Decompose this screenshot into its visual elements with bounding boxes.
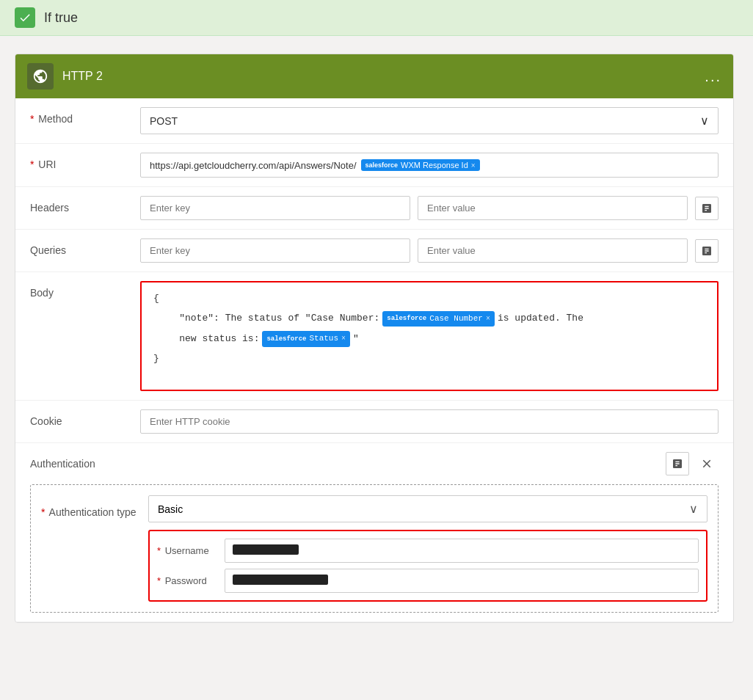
status-chip-close[interactable]: × bbox=[341, 333, 346, 345]
auth-type-required: * bbox=[41, 506, 45, 518]
http-card: HTTP 2 ... * Method POST ∨ bbox=[15, 54, 734, 623]
cookie-input[interactable] bbox=[140, 409, 719, 434]
auth-type-label: * Authentication type bbox=[41, 500, 137, 518]
body-status-prefix bbox=[153, 332, 176, 347]
case-number-chip: salesforce Case Number × bbox=[382, 311, 495, 327]
body-close-brace: } bbox=[153, 351, 159, 367]
uri-required: * bbox=[30, 158, 34, 170]
status-chip-label: Status bbox=[309, 332, 338, 346]
status-chip: salesforce Status × bbox=[262, 331, 350, 347]
auth-header: Authentication bbox=[30, 452, 719, 475]
headers-key-input[interactable] bbox=[140, 196, 410, 220]
card-body: * Method POST ∨ * URI htt bbox=[15, 98, 733, 622]
method-required: * bbox=[30, 113, 34, 125]
body-note-prefix bbox=[153, 311, 176, 327]
password-row: * Password bbox=[157, 569, 699, 593]
check-icon bbox=[15, 7, 35, 28]
uri-text: https://api.getcloudcherry.com/api/Answe… bbox=[150, 160, 357, 171]
body-note-suffix: is updated. The bbox=[498, 311, 583, 327]
auth-label: Authentication bbox=[30, 458, 95, 470]
headers-control bbox=[140, 196, 719, 220]
headers-value-input[interactable] bbox=[418, 196, 688, 220]
headers-add-icon[interactable] bbox=[695, 197, 719, 220]
card-header: HTTP 2 ... bbox=[15, 54, 733, 98]
auth-type-row: * Authentication type Basic ∨ bbox=[41, 495, 707, 522]
case-number-chip-label: Case Number bbox=[429, 313, 483, 326]
body-note-text: "note": The status of "Case Number: bbox=[179, 311, 379, 327]
method-label: * Method bbox=[30, 107, 126, 125]
auth-template-icon[interactable] bbox=[666, 452, 689, 475]
auth-credentials-row: * Username * P bbox=[41, 530, 707, 602]
password-label: * Password bbox=[157, 575, 216, 586]
card-menu-button[interactable]: ... bbox=[705, 68, 721, 85]
chip-label: WXM Response Id bbox=[401, 161, 468, 169]
auth-close-icon[interactable] bbox=[695, 452, 719, 475]
auth-creds-spacer bbox=[41, 530, 137, 602]
body-editor[interactable]: { "note": The status of "Case Number: sa… bbox=[140, 281, 719, 391]
uri-input[interactable]: https://api.getcloudcherry.com/api/Answe… bbox=[140, 153, 719, 178]
main-content: HTTP 2 ... * Method POST ∨ bbox=[0, 36, 753, 641]
body-status-text: new status is: bbox=[179, 332, 259, 347]
salesforce-logo: salesforce bbox=[365, 161, 399, 169]
queries-inputs bbox=[140, 238, 719, 263]
globe-icon bbox=[27, 63, 54, 90]
body-label: Body bbox=[30, 281, 126, 299]
headers-row: Headers bbox=[15, 187, 733, 230]
body-line-2: "note": The status of "Case Number: sale… bbox=[153, 311, 705, 327]
username-row: * Username bbox=[157, 539, 699, 563]
body-status-suffix: " bbox=[353, 332, 359, 347]
body-control: { "note": The status of "Case Number: sa… bbox=[140, 281, 719, 391]
page-title: If true bbox=[44, 10, 78, 26]
queries-value-input[interactable] bbox=[418, 238, 688, 263]
username-required: * bbox=[157, 545, 161, 556]
body-line-4: } bbox=[153, 351, 705, 367]
cookie-label: Cookie bbox=[30, 409, 126, 427]
body-row: Body { "note": The status of "Case Numbe… bbox=[15, 272, 733, 401]
authentication-section: Authentication * bbox=[15, 443, 733, 622]
password-required: * bbox=[157, 575, 161, 586]
salesforce-logo-3: salesforce bbox=[266, 334, 306, 344]
queries-row: Queries bbox=[15, 230, 733, 272]
auth-type-value: Basic bbox=[158, 503, 183, 515]
queries-key-input[interactable] bbox=[140, 238, 410, 263]
auth-type-select[interactable]: Basic ∨ bbox=[148, 495, 707, 522]
salesforce-logo-2: salesforce bbox=[387, 313, 426, 324]
header-bar: If true bbox=[0, 0, 753, 36]
username-redacted bbox=[233, 544, 299, 555]
uri-row: * URI https://api.getcloudcherry.com/api… bbox=[15, 144, 733, 187]
username-label: * Username bbox=[157, 545, 216, 556]
wxm-response-chip: salesforce WXM Response Id × bbox=[361, 159, 480, 171]
headers-inputs bbox=[140, 196, 719, 220]
cookie-control bbox=[140, 409, 719, 434]
headers-label: Headers bbox=[30, 196, 126, 214]
queries-add-icon[interactable] bbox=[695, 239, 719, 263]
uri-control: https://api.getcloudcherry.com/api/Answe… bbox=[140, 153, 719, 178]
uri-label: * URI bbox=[30, 153, 126, 170]
password-input-wrapper bbox=[225, 569, 699, 593]
chip-close-icon[interactable]: × bbox=[471, 161, 476, 169]
method-select[interactable]: POST ∨ bbox=[140, 107, 719, 134]
method-control: POST ∨ bbox=[140, 107, 719, 134]
queries-label: Queries bbox=[30, 238, 126, 256]
auth-icons bbox=[666, 452, 719, 475]
case-number-chip-close[interactable]: × bbox=[486, 313, 490, 325]
password-redacted bbox=[233, 575, 328, 585]
username-input-wrapper bbox=[225, 539, 699, 563]
queries-control bbox=[140, 238, 719, 263]
body-line-1: { bbox=[153, 291, 705, 307]
auth-inner: * Authentication type Basic ∨ bbox=[30, 484, 719, 613]
method-row: * Method POST ∨ bbox=[15, 98, 733, 144]
chevron-down-icon: ∨ bbox=[700, 114, 709, 128]
auth-chevron-icon: ∨ bbox=[689, 502, 698, 516]
cookie-row: Cookie bbox=[15, 401, 733, 443]
body-line-3: new status is: salesforce Status × " bbox=[153, 331, 705, 347]
card-title: HTTP 2 bbox=[62, 70, 696, 83]
method-value: POST bbox=[150, 115, 178, 127]
body-open-brace: { bbox=[153, 291, 159, 307]
credentials-box: * Username * P bbox=[148, 530, 707, 602]
